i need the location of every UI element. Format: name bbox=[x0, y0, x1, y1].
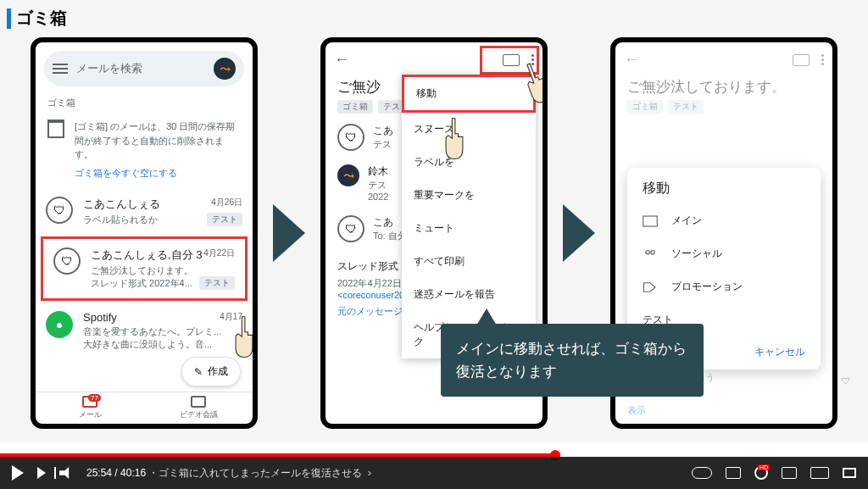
dialog-title: 移動 bbox=[631, 180, 817, 204]
compose-button[interactable]: ✎ 作成 bbox=[181, 357, 241, 386]
envelope-icon[interactable] bbox=[793, 54, 810, 66]
nav-mail[interactable]: 77 メール bbox=[36, 392, 144, 424]
subtitles-button[interactable] bbox=[726, 467, 741, 479]
finger-pointer bbox=[232, 315, 256, 361]
player-controls: 25:54 / 40:16 ・ゴミ箱に入れてしまったメールを復活させる › HD bbox=[0, 457, 868, 489]
sender-avatar: 🛡 bbox=[46, 197, 73, 224]
bottom-nav: 77 メール ビデオ会議 bbox=[36, 392, 253, 424]
back-arrow-icon[interactable]: ← bbox=[334, 51, 349, 69]
back-arrow-icon[interactable]: ← bbox=[624, 51, 639, 69]
mail-icon: 77 bbox=[82, 396, 97, 408]
mail-item[interactable]: ● Spotify 音楽を愛するあなたへ。プレミ... 大好きな曲に没頭しよう。… bbox=[36, 303, 253, 359]
video-content: ゴミ箱 メールを検索 ⤳ ゴミ箱 [ゴミ箱] のメールは、30 日間の保存期間が… bbox=[0, 0, 868, 442]
sender-avatar: ● bbox=[46, 311, 73, 338]
video-icon bbox=[191, 396, 206, 408]
finger-pointer bbox=[442, 117, 466, 163]
phone-trash-list: メールを検索 ⤳ ゴミ箱 [ゴミ箱] のメールは、30 日間の保存期間が終了する… bbox=[31, 37, 258, 429]
overflow-menu: 移動 スヌーズ ラベルを 重要マークを ミュート すべて印刷 迷惑メールを報告 … bbox=[402, 75, 536, 358]
next-button[interactable] bbox=[37, 467, 46, 479]
slide-title: ゴミ箱 bbox=[7, 7, 67, 30]
miniplayer-button[interactable] bbox=[782, 467, 797, 479]
nav-video[interactable]: ビデオ会議 bbox=[144, 392, 253, 424]
menu-icon bbox=[53, 64, 68, 74]
settings-button[interactable]: HD bbox=[754, 466, 768, 480]
brand-badge: 🛡 bbox=[831, 365, 861, 396]
trash-icon bbox=[47, 119, 64, 138]
move-opt-main[interactable]: メイン bbox=[631, 204, 817, 237]
volume-icon[interactable] bbox=[59, 467, 73, 479]
search-box[interactable]: メールを検索 ⤳ bbox=[44, 51, 244, 86]
mail-title: ご無沙汰しております。 bbox=[615, 77, 832, 97]
arrow-icon bbox=[563, 204, 595, 262]
arrow-icon bbox=[273, 204, 305, 262]
sender-avatar: 🛡 bbox=[53, 247, 81, 275]
move-opt-social[interactable]: ソーシャル bbox=[631, 237, 817, 270]
section-label: ゴミ箱 bbox=[36, 95, 253, 111]
mail-item-selected[interactable]: 🛡 こあこんしぇる,自分 3 ご無沙汰しております。 スレッド形式 2022年4… bbox=[41, 236, 248, 301]
play-button[interactable] bbox=[12, 465, 24, 481]
empty-trash-link[interactable]: ゴミ箱を今すぐ空にする bbox=[75, 167, 241, 180]
people-icon bbox=[643, 248, 658, 260]
autoplay-toggle[interactable] bbox=[692, 467, 712, 479]
time-display: 25:54 / 40:16 ・ゴミ箱に入れてしまったメールを復活させる › bbox=[86, 466, 371, 481]
search-placeholder: メールを検索 bbox=[76, 61, 205, 76]
tag-icon bbox=[643, 281, 658, 293]
mail-item[interactable]: 🛡 こあこんしぇる ラベル貼られるか 4月26日 テスト bbox=[36, 188, 253, 235]
menu-important[interactable]: 重要マークを bbox=[402, 179, 536, 212]
more-icon[interactable] bbox=[821, 54, 824, 65]
fullscreen-button[interactable] bbox=[843, 468, 856, 478]
pencil-icon: ✎ bbox=[194, 366, 203, 378]
svg-point-1 bbox=[646, 250, 650, 254]
move-opt-promo[interactable]: プロモーション bbox=[631, 270, 817, 303]
inbox-icon bbox=[643, 215, 658, 227]
menu-mute[interactable]: ミュート bbox=[402, 212, 536, 245]
svg-point-2 bbox=[651, 250, 655, 254]
menu-print[interactable]: すべて印刷 bbox=[402, 245, 536, 278]
menu-move[interactable]: 移動 bbox=[402, 75, 536, 113]
svg-rect-0 bbox=[643, 216, 658, 226]
trash-info: [ゴミ箱] のメールは、30 日間の保存期間が終了すると自動的に削除されます。 … bbox=[36, 111, 253, 188]
profile-avatar[interactable]: ⤳ bbox=[214, 58, 236, 80]
menu-snooze[interactable]: スヌーズ bbox=[402, 113, 536, 146]
menu-spam[interactable]: 迷惑メールを報告 bbox=[402, 278, 536, 311]
menu-label[interactable]: ラベルを bbox=[402, 146, 536, 179]
theater-button[interactable] bbox=[810, 467, 829, 479]
callout-bubble: メインに移動させれば、ゴミ箱から復活となります bbox=[441, 324, 704, 397]
